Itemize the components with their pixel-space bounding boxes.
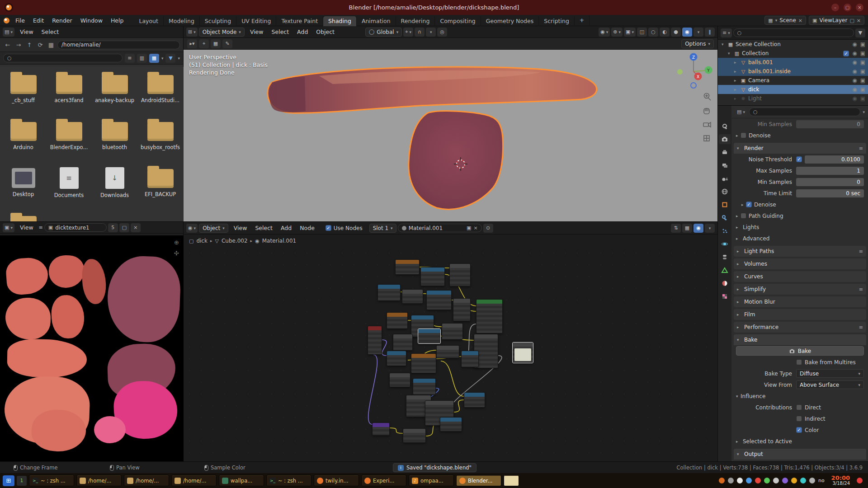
gizmos-dropdown[interactable]: ⊕▾ [611,28,623,37]
file-grid-item-downloads[interactable]: ↓Downloads [92,164,137,211]
disable-render-icon[interactable]: ▣ [860,95,865,102]
hide-eye-icon[interactable]: ◉ [852,50,857,56]
unlink-image-button[interactable]: × [131,223,141,232]
disclosure-arrow-icon[interactable]: ▸ [734,78,740,83]
task-button-twily-in[interactable]: twily.in... [314,475,359,486]
task-button-ompaa[interactable]: ♪ompaa... [409,475,454,486]
file-grid-item-blenderexpo[interactable]: BlenderExpo... [46,117,92,164]
node-arrange-icon[interactable]: ⇅ [671,224,681,233]
hide-eye-icon[interactable]: ◉ [852,68,857,75]
file-grid-item-anakey-backup[interactable]: anakey-backup [92,70,137,117]
editor-type-button[interactable]: ▤▾ [735,108,747,117]
node-menu-add[interactable]: Add [277,224,296,232]
task-button-home[interactable]: /home/... [171,475,217,486]
snap-settings-button[interactable]: ▾ [426,28,436,37]
close-button[interactable]: × [856,4,863,11]
task-button-zsh[interactable]: >_~ : zsh ... [266,475,311,486]
file-search-input[interactable]: ○ [3,54,123,62]
file-grid-item-desktop[interactable]: Desktop [0,164,46,211]
hide-eye-icon[interactable]: ◉ [852,59,857,66]
panel-menu-icon[interactable]: ≡ [859,145,863,151]
properties-tab-view-layer[interactable] [719,160,731,170]
prop-panel-film[interactable]: ▸Film [734,309,866,320]
checkbox-icon[interactable] [796,416,802,422]
value-field-max-samples[interactable]: 1 [796,167,864,175]
breadcrumb-mesh[interactable]: Cube.002 [222,238,248,244]
properties-tab-tool[interactable] [719,121,731,131]
forward-icon[interactable]: → [14,42,23,48]
texture-canvas[interactable]: ⊕ ✣ [0,235,184,462]
prop-collapse-denoise[interactable]: ▸✓Denoise [731,199,868,210]
properties-tab-object[interactable] [719,200,731,210]
task-button-zsh[interactable]: >_~ : zsh ... [29,475,74,486]
editor-type-button[interactable]: ◉▾ [186,224,198,233]
outliner-row-camera[interactable]: ▸▣Camera◉▣ [718,76,868,85]
prop-panel-simplify[interactable]: ▸Simplify≡ [734,284,866,295]
display-vertical-list-button[interactable]: ≡ [125,54,135,63]
shader-node[interactable] [389,373,410,387]
properties-tab-object-data[interactable] [719,265,731,275]
pause-render-button[interactable]: ‖ [705,28,715,37]
viewport-menu-add[interactable]: Add [293,28,312,36]
file-grid-item-efi-backup[interactable]: EFI_BACKUP [137,164,183,211]
workspace-tab-geometry-nodes[interactable]: Geometry Nodes [481,16,539,26]
properties-tab-texture[interactable] [719,291,731,301]
menu-view[interactable]: View [16,223,38,232]
menu-render[interactable]: Render [48,16,76,25]
options-dropdown[interactable]: Options▾ [681,39,714,48]
image-name-field[interactable]: ▣ dicktexture1 [44,223,107,232]
properties-tab-particles[interactable] [719,226,731,236]
prop-collapse-path-guiding[interactable]: ▸Path Guiding [731,210,868,221]
shader-node[interactable] [436,345,459,358]
workspace-tab-animation[interactable]: Animation [357,16,396,26]
prop-collapse-selected-to-active[interactable]: ▸Selected to Active [731,436,868,447]
task-button-wallpa[interactable]: wallpa... [219,475,264,486]
properties-tab-physics[interactable] [719,239,731,249]
shader-node[interactable] [403,428,426,443]
transform-orientation-dropdown[interactable]: ◯ Global▾ [365,28,402,37]
mode-dropdown[interactable]: Object Mode▾ [199,28,245,37]
active-tool-button[interactable]: ▸▾ [187,39,197,48]
outliner-row-balls-001[interactable]: ▸▽balls.001◉▣ [718,58,868,67]
network-indicator[interactable]: no [818,478,825,483]
properties-tab-scene[interactable] [719,174,731,183]
task-button-home[interactable]: /home/... [124,475,169,486]
checkbox-icon[interactable] [741,213,746,219]
bake-button[interactable]: Bake [736,346,864,356]
prop-collapse-lights[interactable]: ▸Lights [731,221,868,233]
prop-panel-output[interactable]: ▾Output [734,449,866,460]
material-slot-dropdown[interactable]: Slot 1▾ [369,224,396,233]
outliner-row-balls-001-inside[interactable]: ▸▽balls.001.inside◉▣ [718,67,868,76]
image-users-button[interactable]: 5 [108,223,118,232]
prop-panel-render[interactable]: ▾Render≡ [734,143,866,154]
outliner-row-scene-collection[interactable]: ▾▦Scene Collection◉▣ [718,40,868,49]
visibility-dropdown[interactable]: ◉▾ [599,28,610,37]
file-grid-item-busybox-rootfs[interactable]: busybox_rootfs [137,117,183,164]
unlink-material-icon[interactable]: × [473,225,477,231]
properties-tab-material[interactable] [719,278,731,288]
disclosure-arrow-icon[interactable]: ▾ [728,51,733,56]
shader-node[interactable] [426,290,452,310]
file-grid-item-documents[interactable]: ≡Documents [46,164,92,211]
task-button-home[interactable]: /home/... [76,475,122,486]
parent-dir-icon[interactable]: ↑ [25,42,34,48]
disclosure-arrow-icon[interactable]: ▾ [722,42,727,47]
zoom-in-icon[interactable]: ⊕ [174,239,179,246]
snap-magnet-button[interactable]: ∩ [415,28,425,37]
collection-checkbox[interactable]: ✓ [843,51,849,56]
node-menu-view[interactable]: View [230,224,251,232]
file-grid-item-acers3fand[interactable]: acers3fand [46,70,92,117]
shader-node[interactable] [387,312,408,329]
navigation-gizmo[interactable]: Z Y X [677,53,712,89]
workspace-tab-modeling[interactable]: Modeling [164,16,200,26]
shader-node[interactable] [402,289,423,304]
shader-node[interactable] [464,392,485,408]
properties-tab-render[interactable] [719,134,731,144]
value-field-noise-threshold[interactable]: 0.0100 [805,155,864,164]
tray-icon-10[interactable] [809,478,815,483]
disclosure-arrow-icon[interactable]: ▸ [734,69,740,74]
outliner-filter-button[interactable]: ▼ [855,28,865,38]
pager-button[interactable]: 1 [17,476,27,486]
file-browser-menu-view[interactable]: View [16,28,38,36]
shader-node[interactable] [512,342,533,363]
